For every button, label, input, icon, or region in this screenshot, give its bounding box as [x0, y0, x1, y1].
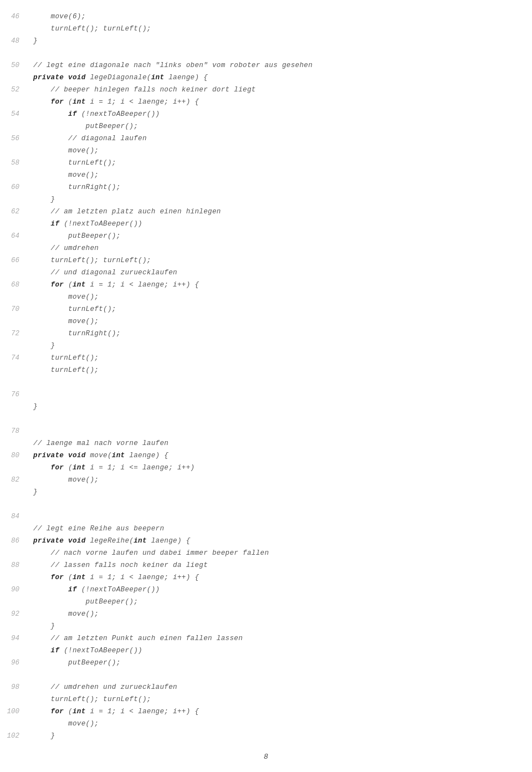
code-line: 56 // diagonal laufen [0, 133, 532, 145]
line-number: 54 [0, 109, 30, 120]
line-number: 62 [0, 206, 30, 218]
line-content: turnLeft(); [30, 365, 532, 376]
line-content: // legt eine diagonale nach "links oben"… [30, 60, 532, 71]
code-line: turnLeft(); turnLeft(); [0, 23, 532, 35]
line-number: 52 [0, 84, 30, 96]
code-line: 96 putBeeper(); [0, 657, 532, 669]
line-content: turnRight(); [30, 328, 532, 340]
line-number: 90 [0, 584, 30, 596]
code-line [0, 499, 532, 511]
line-content: turnRight(); [30, 182, 532, 193]
code-line: 76 [0, 389, 532, 401]
line-content: // lassen falls noch keiner da liegt [30, 560, 532, 571]
line-content: // umdrehen und zuruecklaufen [30, 682, 532, 693]
code-line: turnLeft(); [0, 365, 532, 377]
line-content: } [30, 621, 532, 632]
line-content: // diagonal laufen [30, 133, 532, 145]
line-content: for (int i = 1; i < laenge; i++) { [30, 706, 532, 718]
code-line: for (int i = 1; i < laenge; i++) { [0, 572, 532, 584]
code-line: 74 turnLeft(); [0, 352, 532, 365]
line-content: move(); [30, 474, 532, 486]
line-content: // legt eine Reihe aus beepern [30, 523, 532, 535]
line-number: 80 [0, 450, 30, 462]
line-number: 74 [0, 352, 30, 364]
line-content: for (int i = 1; i < laenge; i++) { [30, 572, 532, 584]
line-number: 82 [0, 474, 30, 486]
line-content: for (int i = 1; i < laenge; i++) { [30, 96, 532, 108]
line-number: 64 [0, 231, 30, 242]
code-line: 60 turnRight(); [0, 182, 532, 194]
code-line [0, 413, 532, 426]
line-content: move(); [30, 145, 532, 157]
code-block: 46 move(6); turnLeft(); turnLeft();48}50… [0, 11, 532, 743]
code-line: } [0, 194, 532, 206]
line-content: private void move(int laenge) { [30, 450, 532, 462]
code-line: } [0, 401, 532, 413]
line-content: } [30, 194, 532, 206]
line-number: 72 [0, 328, 30, 340]
line-content: // am letzten Punkt auch einen fallen la… [30, 633, 532, 645]
line-content: putBeeper(); [30, 121, 532, 132]
line-content: } [30, 487, 532, 498]
code-line: putBeeper(); [0, 596, 532, 609]
line-number: 86 [0, 535, 30, 547]
code-line: 78 [0, 426, 532, 438]
code-line: } [0, 621, 532, 633]
code-line: 46 move(6); [0, 11, 532, 23]
line-number: 76 [0, 389, 30, 401]
code-line: 64 putBeeper(); [0, 231, 532, 243]
line-content: move(); [30, 292, 532, 303]
line-number: 96 [0, 657, 30, 669]
code-line: 92 move(); [0, 609, 532, 621]
line-content: putBeeper(); [30, 596, 532, 608]
code-line: 80private void move(int laenge) { [0, 450, 532, 462]
line-content: move(); [30, 718, 532, 730]
code-line: 54 if (!nextToABeeper()) [0, 109, 532, 121]
line-number: 60 [0, 182, 30, 193]
line-number: 46 [0, 11, 30, 23]
code-line: 94 // am letzten Punkt auch einen fallen… [0, 633, 532, 645]
code-line: if (!nextToABeeper()) [0, 218, 532, 231]
line-number: 84 [0, 511, 30, 523]
line-content: } [30, 730, 532, 742]
line-content: // am letzten platz auch einen hinlegen [30, 206, 532, 218]
line-number: 88 [0, 560, 30, 571]
line-content: move(); [30, 316, 532, 328]
line-content: if (!nextToABeeper()) [30, 584, 532, 596]
line-content: turnLeft(); [30, 352, 532, 364]
line-content: for (int i = 1; i <= laenge; i++) [30, 462, 532, 474]
line-content: if (!nextToABeeper()) [30, 645, 532, 657]
page-number: 8 [264, 753, 268, 761]
line-content: turnLeft(); turnLeft(); [30, 255, 532, 267]
code-line: 50// legt eine diagonale nach "links obe… [0, 60, 532, 72]
line-content: // und diagonal zuruecklaufen [30, 267, 532, 279]
line-content: move(6); [30, 11, 532, 23]
code-line: 98 // umdrehen und zuruecklaufen [0, 682, 532, 694]
code-line: 70 turnLeft(); [0, 304, 532, 316]
code-line: move(); [0, 292, 532, 304]
line-number: 94 [0, 633, 30, 645]
line-content: turnLeft(); [30, 304, 532, 315]
code-line: private void legeDiagonale(int laenge) { [0, 72, 532, 84]
line-number: 70 [0, 304, 30, 315]
line-content: turnLeft(); turnLeft(); [30, 694, 532, 705]
code-line: 86private void legeReihe(int laenge) { [0, 535, 532, 548]
line-content: private void legeDiagonale(int laenge) { [30, 72, 532, 84]
line-content: putBeeper(); [30, 657, 532, 669]
code-line: // legt eine Reihe aus beepern [0, 523, 532, 535]
code-line: } [0, 487, 532, 499]
code-line: 102 } [0, 730, 532, 743]
line-content: // laenge mal nach vorne laufen [30, 438, 532, 449]
line-content: turnLeft(); [30, 157, 532, 169]
line-content: // beeper hinlegen falls noch keiner dor… [30, 84, 532, 96]
line-number: 98 [0, 682, 30, 693]
code-line: } [0, 340, 532, 352]
line-content: // nach vorne laufen und dabei immer bee… [30, 548, 532, 559]
line-content: // umdrehen [30, 243, 532, 254]
code-line: 48} [0, 35, 532, 48]
line-number: 56 [0, 133, 30, 145]
line-content: } [30, 401, 532, 413]
code-line [0, 377, 532, 389]
code-line: 90 if (!nextToABeeper()) [0, 584, 532, 596]
code-line: 84 [0, 511, 532, 523]
